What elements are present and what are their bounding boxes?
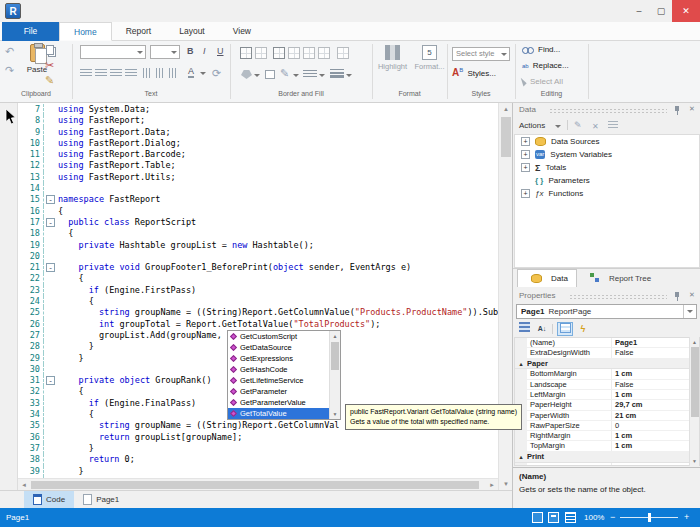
- property-row[interactable]: TopMargin1 cm: [515, 441, 699, 451]
- view-list-icon[interactable]: [608, 121, 618, 130]
- tree-item-functions[interactable]: +ƒxFunctions: [515, 187, 699, 200]
- fold-collapse-icon[interactable]: -: [46, 218, 55, 227]
- text-rotation-icon[interactable]: ⟳: [212, 68, 221, 79]
- property-row[interactable]: BottomMargin1 cm: [515, 369, 699, 379]
- align-middle-icon[interactable]: [156, 68, 165, 78]
- editor-vertical-scrollbar[interactable]: ▲ ▼: [498, 103, 512, 490]
- property-value[interactable]: 1 cm: [611, 369, 699, 378]
- scroll-up-icon[interactable]: ▲: [499, 103, 513, 115]
- delete-item-icon[interactable]: ✕: [592, 121, 599, 132]
- grid-scroll-up-icon[interactable]: ▲: [690, 337, 699, 347]
- fold-margin[interactable]: -: [44, 262, 58, 273]
- code-line[interactable]: 25 string groupName = ((String)Report.Ge…: [18, 307, 498, 318]
- code-line[interactable]: 11using FastReport.Barcode;: [18, 149, 498, 160]
- code-line[interactable]: 16{: [18, 206, 498, 217]
- fold-collapse-icon[interactable]: -: [46, 263, 55, 272]
- property-row[interactable]: LeftMargin1 cm: [515, 390, 699, 400]
- edit-item-icon[interactable]: ✎: [574, 120, 582, 131]
- property-value[interactable]: False: [611, 348, 699, 357]
- font-size-combobox[interactable]: [150, 45, 180, 59]
- property-row[interactable]: RawPaperSize0: [515, 421, 699, 431]
- tab-file[interactable]: File: [2, 22, 59, 41]
- autocomplete-item[interactable]: GetParameterValue: [228, 397, 329, 408]
- view-mode-icon-3[interactable]: [565, 512, 576, 523]
- autocomplete-item[interactable]: GetDataSource: [228, 342, 329, 353]
- property-value[interactable]: 1 cm: [611, 390, 699, 399]
- alphabetical-sort-button[interactable]: A↓: [534, 322, 550, 336]
- code-line[interactable]: 15-namespace FastReport: [18, 194, 498, 205]
- fold-collapse-icon[interactable]: -: [46, 195, 55, 204]
- border-all-icon[interactable]: [240, 47, 252, 59]
- categorized-view-button[interactable]: [516, 322, 532, 336]
- code-line[interactable]: 10using FastReport.Dialog;: [18, 138, 498, 149]
- border-none-icon[interactable]: [255, 47, 267, 59]
- find-button[interactable]: Find...: [522, 45, 560, 54]
- zoom-slider-thumb[interactable]: [648, 513, 651, 522]
- border-right-icon[interactable]: [303, 47, 315, 59]
- grid-scroll-thumb[interactable]: [691, 347, 699, 417]
- property-row[interactable]: ExtraDesignWidthFalse: [515, 348, 699, 358]
- object-selector-dropdown-icon[interactable]: [683, 305, 696, 318]
- property-value[interactable]: Page1: [611, 338, 699, 347]
- expand-icon[interactable]: +: [521, 150, 530, 159]
- copy-icon[interactable]: [46, 45, 54, 55]
- popup-scroll-thumb[interactable]: [331, 342, 339, 370]
- popup-scroll-down-icon[interactable]: ▼: [330, 409, 340, 419]
- horizontal-scroll-thumb[interactable]: [31, 481, 479, 489]
- replace-button[interactable]: ab Replace...: [522, 61, 569, 70]
- scroll-down-icon[interactable]: ▼: [499, 478, 513, 490]
- code-line[interactable]: 22 {: [18, 273, 498, 284]
- line-color-dropdown-icon[interactable]: [293, 74, 299, 80]
- line-width-dropdown-icon[interactable]: [346, 74, 352, 80]
- property-row[interactable]: LandscapeFalse: [515, 380, 699, 390]
- autocomplete-item[interactable]: GetLifetimeService: [228, 375, 329, 386]
- grid-scroll-down-icon[interactable]: ▼: [690, 456, 699, 466]
- code-line[interactable]: 12using FastReport.Table;: [18, 160, 498, 171]
- events-view-button[interactable]: ϟ: [575, 322, 591, 336]
- property-value[interactable]: 1 cm: [611, 431, 699, 440]
- fold-collapse-icon[interactable]: -: [46, 376, 55, 385]
- code-line[interactable]: 7using System.Data;: [18, 104, 498, 115]
- tree-item-system-variables[interactable]: +varSystem Variables: [515, 148, 699, 161]
- code-line[interactable]: 20: [18, 251, 498, 262]
- property-value[interactable]: 1 cm: [611, 441, 699, 450]
- align-justify-icon[interactable]: [125, 69, 137, 78]
- fold-margin[interactable]: -: [44, 217, 58, 228]
- code-line[interactable]: 17- public class ReportScript: [18, 217, 498, 228]
- code-line[interactable]: 38 return 0;: [18, 454, 498, 465]
- select-style-combobox[interactable]: Select style: [452, 47, 510, 61]
- property-row[interactable]: PaperWidth21 cm: [515, 411, 699, 421]
- line-color-icon[interactable]: ✎: [280, 68, 289, 79]
- doc-tab-code[interactable]: Code: [24, 491, 74, 508]
- bold-button[interactable]: B: [187, 46, 194, 56]
- property-row[interactable]: (Name)Page1: [515, 338, 699, 348]
- line-style-dropdown-icon[interactable]: [319, 74, 325, 80]
- popup-scroll-up-icon[interactable]: ▲: [330, 331, 340, 341]
- tree-item-data-sources[interactable]: +Data Sources: [515, 135, 699, 148]
- zoom-in-button[interactable]: +: [684, 508, 689, 526]
- code-line[interactable]: 19 private Hashtable groupList = new Has…: [18, 240, 498, 251]
- code-line[interactable]: 37 }: [18, 443, 498, 454]
- vertical-scroll-thumb[interactable]: [501, 117, 511, 157]
- property-value[interactable]: 29,7 cm: [611, 400, 699, 409]
- code-line[interactable]: 21- private void GroupFooter1_BeforePrin…: [18, 262, 498, 273]
- autocomplete-item[interactable]: GetTotalValue: [228, 408, 329, 419]
- code-line[interactable]: 8using FastReport;: [18, 115, 498, 126]
- code-line[interactable]: 9using FastReport.Data;: [18, 127, 498, 138]
- line-width-icon[interactable]: [330, 69, 344, 78]
- property-row[interactable]: PaperHeight29,7 cm: [515, 400, 699, 410]
- align-left-icon[interactable]: [80, 69, 92, 78]
- zoom-out-button[interactable]: −: [610, 508, 615, 526]
- code-line[interactable]: 23 if (Engine.FirstPass): [18, 285, 498, 296]
- property-category-paper[interactable]: ▴Paper: [515, 359, 699, 370]
- align-bottom-icon[interactable]: [169, 68, 178, 78]
- expand-icon[interactable]: +: [521, 163, 530, 172]
- fill-color-icon[interactable]: [241, 70, 252, 79]
- autocomplete-item[interactable]: GetParameter: [228, 386, 329, 397]
- tab-report[interactable]: Report: [112, 22, 166, 41]
- minimize-button[interactable]: –: [628, 0, 650, 22]
- property-value[interactable]: 0: [611, 421, 699, 430]
- underline-button[interactable]: U: [217, 46, 224, 56]
- expand-icon[interactable]: +: [521, 189, 530, 198]
- fill-style-icon[interactable]: [265, 70, 275, 79]
